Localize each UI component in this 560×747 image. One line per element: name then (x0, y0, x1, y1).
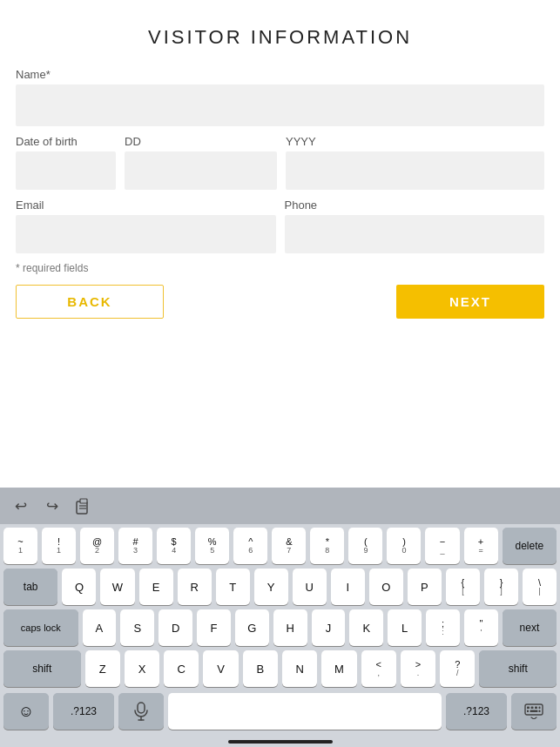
key-o[interactable]: O (369, 569, 403, 605)
key-f[interactable]: F (197, 609, 231, 646)
dob-dd-group: DD (125, 135, 277, 190)
button-row: BACK NEXT (16, 285, 544, 319)
key-shift-right[interactable]: shift (479, 650, 557, 687)
dob-month-input[interactable] (16, 151, 116, 190)
key-quote[interactable]: "' (464, 609, 498, 646)
key-backslash[interactable]: \| (523, 569, 557, 605)
dd-label: DD (125, 135, 277, 148)
key-rparen[interactable]: )0 (387, 528, 421, 564)
key-exclaim[interactable]: !1 (42, 528, 76, 564)
key-u[interactable]: U (293, 569, 327, 605)
key-v[interactable]: V (203, 650, 238, 687)
svg-rect-9 (531, 707, 534, 710)
key-l[interactable]: L (388, 609, 422, 646)
spacebar-key[interactable] (168, 693, 442, 730)
email-input[interactable] (16, 215, 276, 253)
key-b[interactable]: B (243, 650, 278, 687)
key-k[interactable]: K (349, 609, 383, 646)
key-g[interactable]: G (235, 609, 269, 646)
phone-input[interactable] (285, 215, 545, 253)
key-comma[interactable]: <, (361, 650, 396, 687)
back-button[interactable]: BACK (16, 285, 164, 319)
key-star[interactable]: *8 (310, 528, 344, 564)
key-rbrace[interactable]: }] (484, 569, 518, 605)
key-p[interactable]: P (408, 569, 442, 605)
key-tab[interactable]: tab (3, 569, 57, 605)
key-s[interactable]: S (120, 609, 154, 646)
key-lparen[interactable]: (9 (348, 528, 382, 564)
key-at[interactable]: @2 (80, 528, 114, 564)
key-z[interactable]: Z (85, 650, 120, 687)
form-area: VISITOR INFORMATION Name* Date of birth … (0, 0, 560, 336)
page-title: VISITOR INFORMATION (16, 26, 544, 49)
dob-row: Date of birth DD YYYY (16, 135, 544, 190)
key-w[interactable]: W (100, 569, 134, 605)
key-d[interactable]: D (159, 609, 192, 646)
dob-month-group: Date of birth (16, 135, 116, 190)
key-j[interactable]: J (312, 609, 346, 646)
keyboard-hide-key[interactable] (511, 693, 557, 730)
svg-rect-4 (138, 703, 145, 713)
key-q[interactable]: Q (62, 569, 96, 605)
key-i[interactable]: I (331, 569, 365, 605)
key-y[interactable]: Y (254, 569, 288, 605)
name-input[interactable] (16, 84, 544, 126)
key-dollar[interactable]: $4 (157, 528, 191, 564)
svg-rect-8 (527, 707, 530, 710)
key-t[interactable]: T (216, 569, 250, 605)
key-h[interactable]: H (273, 609, 307, 646)
key-plus[interactable]: += (464, 528, 498, 564)
key-shift-left[interactable]: shift (3, 650, 81, 687)
key-slash[interactable]: ?/ (440, 650, 475, 687)
dob-label: Date of birth (16, 135, 116, 148)
svg-rect-12 (527, 710, 529, 713)
key-m[interactable]: M (321, 650, 356, 687)
paste-icon[interactable] (71, 494, 96, 518)
svg-rect-13 (530, 710, 538, 713)
email-phone-row: Email Phone (16, 199, 544, 253)
required-note: * required fields (16, 262, 544, 274)
kb-row-3: caps lock A S D F G H J K L ;: "' next (3, 609, 557, 646)
sym2-key[interactable]: .?123 (446, 693, 507, 730)
key-x[interactable]: X (125, 650, 159, 687)
key-percent[interactable]: %5 (195, 528, 229, 564)
key-e[interactable]: E (139, 569, 173, 605)
kb-row-4: shift Z X C V B N M <, >. ?/ shift (3, 650, 557, 687)
next-button[interactable]: NEXT (396, 285, 544, 319)
svg-rect-1 (80, 499, 87, 503)
key-capslock[interactable]: caps lock (3, 609, 78, 646)
yyyy-label: YYYY (286, 135, 544, 148)
dob-yyyy-input[interactable] (286, 151, 544, 190)
key-a[interactable]: A (83, 609, 117, 646)
dob-dd-input[interactable] (125, 151, 277, 190)
keyboard-area: ↩ ↪ ~1 !1 @2 #3 $4 %5 ^6 &7 *8 (9 )0 −_ … (0, 488, 560, 747)
key-hash[interactable]: #3 (118, 528, 152, 564)
key-period[interactable]: >. (401, 650, 435, 687)
emoji-key[interactable]: ☺ (3, 693, 49, 730)
key-next[interactable]: next (503, 609, 557, 646)
kb-row-1: ~1 !1 @2 #3 $4 %5 ^6 &7 *8 (9 )0 −_ += d… (3, 528, 557, 564)
key-lbrace[interactable]: {[ (446, 569, 480, 605)
svg-rect-11 (539, 707, 541, 710)
undo-icon[interactable]: ↩ (9, 494, 33, 518)
keyboard-bottom-row: ☺ .?123 .?123 (0, 693, 560, 737)
name-field-group: Name* (16, 68, 544, 126)
key-delete[interactable]: delete (503, 528, 557, 564)
key-semicolon[interactable]: ;: (426, 609, 460, 646)
key-r[interactable]: R (178, 569, 212, 605)
key-tilde[interactable]: ~1 (3, 528, 37, 564)
phone-group: Phone (285, 199, 545, 253)
key-c[interactable]: C (164, 650, 199, 687)
email-group: Email (16, 199, 276, 253)
key-dash[interactable]: −_ (425, 528, 459, 564)
redo-icon[interactable]: ↪ (40, 494, 64, 518)
key-caret[interactable]: ^6 (233, 528, 267, 564)
sym1-key[interactable]: .?123 (53, 693, 114, 730)
name-label: Name* (16, 68, 544, 81)
key-n[interactable]: N (282, 650, 317, 687)
keyboard-rows: ~1 !1 @2 #3 $4 %5 ^6 &7 *8 (9 )0 −_ += d… (0, 524, 560, 693)
dob-yyyy-group: YYYY (286, 135, 544, 190)
key-amp[interactable]: &7 (272, 528, 306, 564)
mic-key[interactable] (118, 693, 164, 730)
home-indicator (228, 740, 333, 744)
